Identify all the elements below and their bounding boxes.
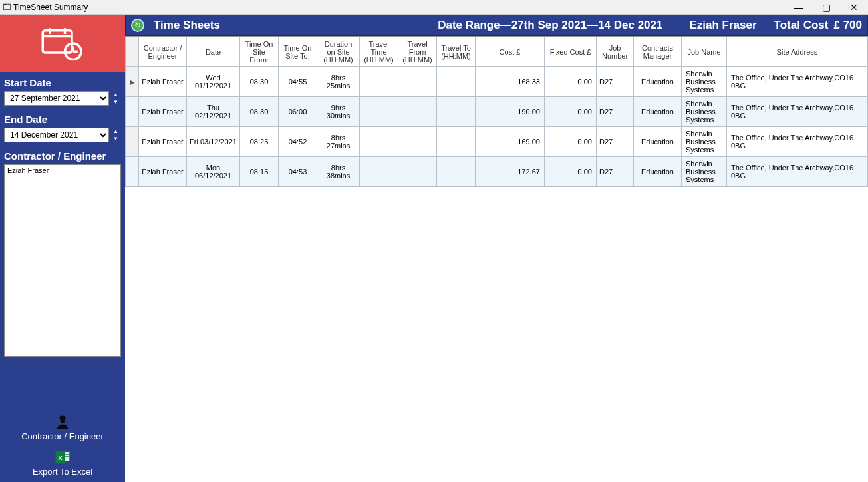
svg-point-7 — [61, 418, 65, 423]
col-site-address[interactable]: Site Address — [727, 37, 868, 67]
cell-to[interactable]: 06:00 — [279, 97, 317, 127]
cell-jobnum[interactable]: D27 — [597, 97, 634, 127]
contractor-engineer-button[interactable]: Contractor / Engineer — [0, 413, 125, 441]
cell-travel-from[interactable] — [398, 127, 437, 157]
cell-duration[interactable]: 9hrs 30mins — [317, 97, 360, 127]
cell-fixed[interactable]: 0.00 — [545, 97, 597, 127]
spin-up-icon[interactable]: ▲ — [110, 128, 121, 135]
cell-cost[interactable]: 168.33 — [476, 67, 545, 97]
cell-from[interactable]: 08:25 — [240, 127, 279, 157]
col-travel-time[interactable]: Travel Time (HH:MM) — [360, 37, 398, 67]
cell-cost[interactable]: 169.00 — [476, 127, 545, 157]
cell-fixed[interactable]: 0.00 — [545, 157, 597, 187]
col-job-number[interactable]: Job Number — [597, 37, 634, 67]
cell-duration[interactable]: 8hrs 25mins — [317, 67, 360, 97]
end-date-select[interactable]: 14 December 2021 — [4, 128, 109, 142]
table-row[interactable]: Eziah Fraser Thu 02/12/2021 08:30 06:00 … — [126, 97, 868, 127]
table-row[interactable]: Eziah Fraser Mon 06/12/2021 08:15 04:53 … — [126, 157, 868, 187]
cell-travel-to[interactable] — [437, 97, 476, 127]
cell-manager[interactable]: Education — [634, 97, 682, 127]
cell-date[interactable]: Fri 03/12/2021 — [187, 127, 240, 157]
table-row[interactable]: ▶ Eziah Fraser Wed 01/12/2021 08:30 04:5… — [126, 67, 868, 97]
start-date-select[interactable]: 27 September 2021 — [4, 91, 109, 106]
cell-from[interactable]: 08:15 — [240, 157, 279, 187]
row-indicator — [126, 127, 139, 157]
col-duration[interactable]: Duration on Site (HH:MM) — [317, 37, 360, 67]
cell-date[interactable]: Thu 02/12/2021 — [187, 97, 240, 127]
cell-manager[interactable]: Education — [634, 67, 682, 97]
contractor-list[interactable]: Eziah Fraser — [4, 164, 121, 357]
col-fixed-cost[interactable]: Fixed Cost £ — [545, 37, 597, 67]
cell-travel-from[interactable] — [398, 157, 437, 187]
total-cost-value: £ 700 — [833, 19, 862, 32]
contractor-list-item[interactable]: Eziah Fraser — [7, 166, 118, 174]
timesheet-grid[interactable]: Contractor / Engineer Date Time On Site … — [125, 37, 868, 187]
cell-jobname[interactable]: Sherwin Business Systems — [682, 127, 727, 157]
cell-to[interactable]: 04:52 — [279, 127, 317, 157]
refresh-icon[interactable]: ↻ — [131, 19, 144, 32]
cell-address[interactable]: The Office, Under The Archway,CO16 0BG — [727, 67, 868, 97]
cell-jobname[interactable]: Sherwin Business Systems — [682, 97, 727, 127]
cell-contractor[interactable]: Eziah Fraser — [139, 97, 187, 127]
cell-contractor[interactable]: Eziah Fraser — [139, 157, 187, 187]
cell-jobname[interactable]: Sherwin Business Systems — [682, 67, 727, 97]
grid-wrap[interactable]: Contractor / Engineer Date Time On Site … — [125, 36, 868, 482]
cell-address[interactable]: The Office, Under The Archway,CO16 0BG — [727, 97, 868, 127]
cell-travel-from[interactable] — [398, 67, 437, 97]
col-time-to[interactable]: Time On Site To: — [279, 37, 317, 67]
cell-travel-time[interactable] — [360, 97, 398, 127]
cell-date[interactable]: Wed 01/12/2021 — [187, 67, 240, 97]
end-date-spinner[interactable]: ▲ ▼ — [110, 128, 121, 142]
cell-jobnum[interactable]: D27 — [597, 67, 634, 97]
table-row[interactable]: Eziah Fraser Fri 03/12/2021 08:25 04:52 … — [126, 127, 868, 157]
cell-from[interactable]: 08:30 — [240, 67, 279, 97]
svg-rect-13 — [65, 459, 70, 461]
col-cost[interactable]: Cost £ — [476, 37, 545, 67]
minimize-button[interactable]: — — [784, 0, 812, 14]
cell-address[interactable]: The Office, Under The Archway,CO16 0BG — [727, 127, 868, 157]
cell-duration[interactable]: 8hrs 38mins — [317, 157, 360, 187]
cell-jobnum[interactable]: D27 — [597, 127, 634, 157]
cell-travel-to[interactable] — [437, 127, 476, 157]
cell-to[interactable]: 04:53 — [279, 157, 317, 187]
spin-down-icon[interactable]: ▼ — [110, 135, 121, 142]
col-time-from[interactable]: Time On Site From: — [240, 37, 279, 67]
spin-down-icon[interactable]: ▼ — [110, 98, 121, 106]
cell-contractor[interactable]: Eziah Fraser — [139, 67, 187, 97]
cell-travel-time[interactable] — [360, 127, 398, 157]
svg-rect-12 — [65, 457, 70, 459]
col-travel-to[interactable]: Travel To (HH:MM) — [437, 37, 476, 67]
cell-fixed[interactable]: 0.00 — [545, 67, 597, 97]
cell-cost[interactable]: 172.67 — [476, 157, 545, 187]
col-contractor[interactable]: Contractor / Engineer — [139, 37, 187, 67]
cell-manager[interactable]: Education — [634, 157, 682, 187]
col-travel-from[interactable]: Travel From (HH:MM) — [398, 37, 437, 67]
cell-travel-to[interactable] — [437, 157, 476, 187]
cell-cost[interactable]: 190.00 — [476, 97, 545, 127]
start-date-spinner[interactable]: ▲ ▼ — [110, 91, 121, 106]
spin-up-icon[interactable]: ▲ — [110, 91, 121, 98]
col-date[interactable]: Date — [187, 37, 240, 67]
cell-travel-to[interactable] — [437, 67, 476, 97]
cell-travel-from[interactable] — [398, 97, 437, 127]
cell-to[interactable]: 04:55 — [279, 67, 317, 97]
close-button[interactable]: ✕ — [840, 0, 868, 14]
cell-travel-time[interactable] — [360, 67, 398, 97]
cell-address[interactable]: The Office, Under The Archway,CO16 0BG — [727, 157, 868, 187]
cell-manager[interactable]: Education — [634, 127, 682, 157]
export-excel-button[interactable]: X Export To Excel — [0, 448, 125, 477]
cell-contractor[interactable]: Eziah Fraser — [139, 127, 187, 157]
content-header: ↻ Time Sheets Date Range—27th Sep 2021—1… — [125, 15, 868, 36]
cell-fixed[interactable]: 0.00 — [545, 127, 597, 157]
cell-jobname[interactable]: Sherwin Business Systems — [682, 157, 727, 187]
cell-jobnum[interactable]: D27 — [597, 157, 634, 187]
cell-duration[interactable]: 8hrs 27mins — [317, 127, 360, 157]
page-title: Time Sheets — [154, 19, 220, 32]
cell-date[interactable]: Mon 06/12/2021 — [187, 157, 240, 187]
col-contracts-manager[interactable]: Contracts Manager — [634, 37, 682, 67]
maximize-button[interactable]: ▢ — [812, 0, 840, 14]
cell-from[interactable]: 08:30 — [240, 97, 279, 127]
window-title: TimeSheet Summary — [13, 3, 88, 12]
col-job-name[interactable]: Job Name — [682, 37, 727, 67]
cell-travel-time[interactable] — [360, 157, 398, 187]
